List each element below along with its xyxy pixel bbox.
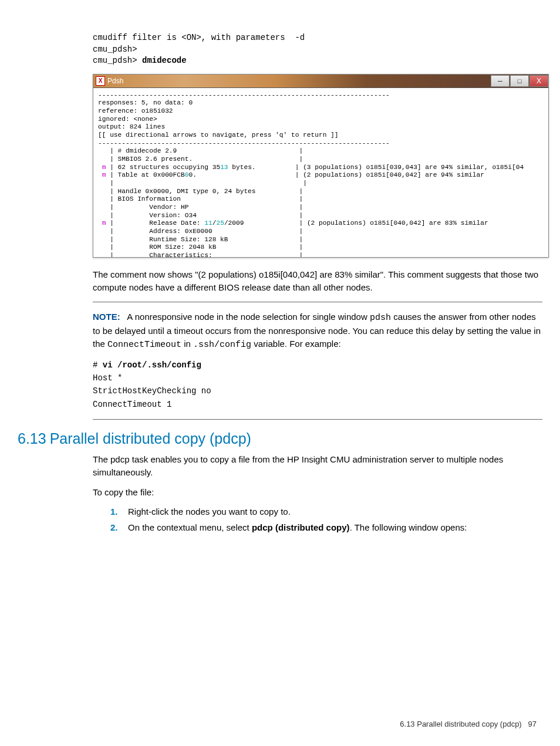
note-text: A nonresponsive node in the node selecti… xyxy=(127,312,370,322)
term-line: | xyxy=(299,147,303,154)
term-line: output: 824 lines xyxy=(98,123,165,130)
window-titlebar: X Pdsh ─ □ X xyxy=(93,75,548,88)
step-text: . The following window opens: xyxy=(350,522,467,532)
term-line: | (2 populations) o185i[040,042] are 83%… xyxy=(299,220,488,227)
term-line: | Runtime Size: 128 kB xyxy=(98,236,228,243)
section-paragraph: The pdcp task enables you to copy a file… xyxy=(93,453,542,479)
term-line: | Characteristics: xyxy=(98,252,212,257)
section-number: 6.13 xyxy=(18,430,46,447)
close-button[interactable]: X xyxy=(529,75,548,87)
code-line: # xyxy=(93,360,103,370)
term-text: /2009 xyxy=(224,220,244,227)
window-buttons: ─ □ X xyxy=(491,75,548,87)
code-line: cmudiff filter is <ON>, with parameters … xyxy=(93,33,305,42)
term-line: | BIOS Information xyxy=(98,195,181,202)
section-lead: To copy the file: xyxy=(93,486,542,499)
window-app-icon: X xyxy=(96,76,105,86)
divider xyxy=(93,302,542,302)
note-text: in xyxy=(181,339,193,349)
code-line: ConnectTimeout 1 xyxy=(93,400,171,409)
term-line: ----------------------------------------… xyxy=(98,92,390,99)
term-line: | Address: 0xE0000 xyxy=(98,228,212,235)
term-line: reference: o185i032 xyxy=(98,107,173,114)
note-mono: pdsh xyxy=(370,313,391,323)
code-line: StrictHostKeyChecking no xyxy=(93,386,211,396)
step-text: On the contextual menu, select xyxy=(128,522,252,532)
term-text: bytes. xyxy=(228,164,256,171)
maximize-button[interactable]: □ xyxy=(510,75,529,87)
term-line: | (2 populations) o185i[040,042] are 94%… xyxy=(295,171,484,178)
pre-code-block: cmudiff filter is <ON>, with parameters … xyxy=(93,32,542,67)
term-diff: 13 xyxy=(220,164,228,171)
pdsh-screenshot: X Pdsh ─ □ X ---------------------------… xyxy=(93,74,549,258)
note-mono: ConnectTimeout xyxy=(107,340,181,350)
terminal-output: ----------------------------------------… xyxy=(93,88,548,257)
code-cmd: vi /root/.ssh/config xyxy=(103,360,201,370)
term-line: | xyxy=(299,236,303,243)
code-line: Host * xyxy=(93,373,122,383)
step-bold: pdcp (distributed copy) xyxy=(252,522,350,532)
code-line: cmu_pdsh> xyxy=(93,56,142,65)
term-text: 0. xyxy=(188,171,196,178)
term-marker: m xyxy=(98,164,110,171)
term-line: | xyxy=(299,212,303,219)
term-line: responses: 5, no data: 0 xyxy=(98,99,193,106)
term-line: ignored: <none> xyxy=(98,116,157,123)
window-title: Pdsh xyxy=(107,77,123,85)
term-line: | xyxy=(299,228,303,235)
term-line: [[ use directional arrows to navigate, p… xyxy=(98,131,339,139)
term-line: | Handle 0x0000, DMI type 0, 24 bytes xyxy=(98,188,256,195)
term-line: | Version: O34 xyxy=(98,212,197,219)
term-line: ----------------------------------------… xyxy=(98,140,390,147)
term-diff: 11 xyxy=(204,220,212,227)
footer-text: 6.13 Parallel distributed copy (pdcp) xyxy=(400,720,521,728)
term-text: | Release Date: xyxy=(110,220,204,227)
term-line: | SMBIOS 2.6 present. xyxy=(98,156,193,163)
term-line: | (3 populations) o185i[039,043] are 94%… xyxy=(295,164,524,171)
page-footer: 6.13 Parallel distributed copy (pdcp) 97 xyxy=(400,720,537,728)
divider xyxy=(93,419,542,420)
step-text: Right-click the nodes you want to copy t… xyxy=(128,507,291,517)
comment-paragraph: The comment now shows "(2 populations) o… xyxy=(93,268,542,294)
minimize-button[interactable]: ─ xyxy=(491,75,510,87)
note-label: NOTE: xyxy=(93,312,120,322)
code-cmd: dmidecode xyxy=(142,56,187,65)
term-line: | xyxy=(299,188,303,195)
term-line: | xyxy=(98,180,114,187)
term-text: | 62 structures occupying 35 xyxy=(110,164,220,171)
step-list: Right-click the nodes you want to copy t… xyxy=(110,505,542,534)
term-diff: 25 xyxy=(216,220,224,227)
term-line: | xyxy=(299,252,303,257)
term-marker: m xyxy=(98,220,110,227)
footer-page: 97 xyxy=(528,720,537,728)
term-line: | Vendor: HP xyxy=(98,204,188,211)
code-line: cmu_pdsh> xyxy=(93,45,137,54)
step-item: Right-click the nodes you want to copy t… xyxy=(110,505,542,518)
term-line: | xyxy=(299,204,303,211)
section-heading: 6.13Parallel distributed copy (pdcp) xyxy=(18,430,542,447)
term-line: | xyxy=(299,156,303,163)
note-box: NOTE: A nonresponsive node in the node s… xyxy=(93,310,542,411)
note-mono: .ssh/config xyxy=(193,340,251,350)
document-page: cmudiff filter is <ON>, with parameters … xyxy=(0,0,560,746)
term-line: | xyxy=(299,195,303,202)
term-text: | Table at 0x000FCB xyxy=(110,171,185,178)
term-line: | xyxy=(299,244,303,251)
term-line: | # dmidecode 2.9 xyxy=(98,147,177,154)
section-title: Parallel distributed copy (pdcp) xyxy=(50,430,251,447)
step-item: On the contextual menu, select pdcp (dis… xyxy=(110,521,542,534)
term-line: | ROM Size: 2048 kB xyxy=(98,244,216,251)
term-line: | xyxy=(303,180,307,187)
note-text: variable. For example: xyxy=(251,339,341,349)
term-marker: m xyxy=(98,171,110,178)
